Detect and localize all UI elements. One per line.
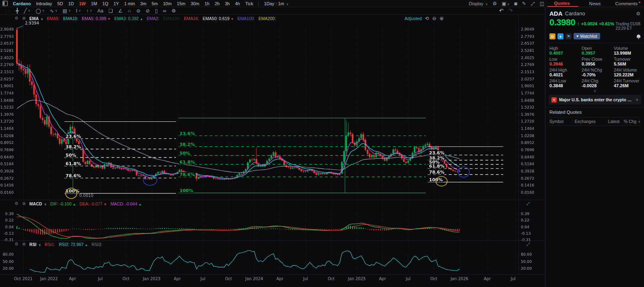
col-latest[interactable]: Latest — [608, 119, 620, 124]
angle-tool-icon[interactable]: ∠ — [118, 8, 122, 14]
bookmark-badge-icon[interactable]: ⚑ — [566, 33, 572, 39]
visibility-tool-icon[interactable]: ⊜ — [136, 8, 140, 14]
reset-zoom-icon[interactable]: ⟲ — [425, 16, 429, 21]
tool-settings-icon[interactable]: ⚙ — [171, 8, 176, 14]
trend-line-tool-icon[interactable]: ╱∨ — [24, 8, 30, 14]
stat-open: Open0.3957 — [582, 46, 612, 56]
arrow-tool-icon[interactable]: ↑∨ — [86, 8, 92, 14]
toolbar-grip[interactable]: ⋮⋮ — [4, 9, 10, 13]
indicator-value-ema50: EMA50: 0.619 ▼ — [203, 16, 234, 21]
drawing-toolbar: ⋮⋮ ╋╱∨◯∨∿∨▤∨Ⅰ∨↑∨Aa❑∠∩⊜⊘▯∞⚙ — [0, 7, 546, 14]
chart-settings-icon[interactable]: ⚙ — [493, 1, 497, 6]
timeframe-1y[interactable]: 1Y — [114, 1, 119, 6]
shape-tool-icon[interactable]: ◯∨ — [35, 8, 44, 14]
app-logo-icon[interactable] — [2, 1, 8, 6]
macd-pane-expand-icon[interactable]: ⤢ — [526, 201, 530, 206]
display-dropdown[interactable]: Display ∨ — [469, 1, 488, 6]
magnet-tool-icon[interactable]: ∩ — [128, 8, 131, 14]
comment-tool-icon[interactable]: ❑ — [109, 8, 113, 14]
stat-24h-high: 24H High0.4021 — [549, 68, 580, 78]
indicator-value-ema100: EMA100: — [163, 16, 180, 21]
zoom-out-icon[interactable]: ⊖ — [432, 16, 436, 21]
col-pct-chg[interactable]: % Chg∨ — [619, 119, 640, 124]
disable-tool-icon[interactable]: ⊘ — [146, 8, 150, 14]
rsi-pane-expand-icon[interactable]: ⤢ — [526, 242, 530, 247]
close-icon[interactable]: × — [636, 97, 638, 102]
news-ticker[interactable]: ≡ Major U.S. banks enter the crypto ETF … — [549, 95, 641, 105]
symbol-label[interactable]: Cardano — [13, 1, 31, 6]
link-tool-icon[interactable]: ∞ — [163, 8, 167, 14]
tab-news[interactable]: News — [578, 0, 611, 7]
fibonacci-tool-icon[interactable]: ▤∨ — [63, 8, 71, 14]
timeframe-1w[interactable]: 1W — [79, 1, 86, 6]
timeframe-5d[interactable]: 5D — [57, 1, 63, 6]
indicator-name[interactable]: EMA ∨ — [29, 16, 43, 21]
news-headline[interactable]: Major U.S. banks enter the crypto ETF sp… — [559, 97, 634, 102]
undo-icon[interactable]: ↶ — [499, 8, 504, 14]
timeframe-3m[interactable]: 3m — [140, 1, 146, 6]
measure-tool-icon[interactable]: Ⅰ∨ — [76, 8, 81, 14]
indicator-value-ema10: EMA10: — [63, 16, 78, 21]
timeframe-1d[interactable]: 1D — [68, 1, 74, 6]
divider — [258, 1, 259, 6]
tab-comments[interactable]: Comments — [611, 0, 644, 7]
timeframe-10m[interactable]: 10m — [163, 1, 171, 6]
indicator-settings-icon[interactable]: ⚙ — [14, 242, 19, 247]
draw-icon[interactable]: ✎ — [522, 1, 526, 6]
col-exchanges[interactable]: Exchanges — [572, 119, 608, 124]
tag-badge-icon[interactable]: ♦ — [557, 33, 564, 39]
macd-indicator-row: ⚙⊗MACD ∨DIF: -0.100 ▲DEA: -0.077 ▼MACD: … — [14, 201, 142, 206]
text-tool-icon[interactable]: Aa — [97, 8, 103, 14]
collapse-stats-chevron[interactable]: ∧ — [545, 89, 644, 93]
wave-tool-icon[interactable]: ∿∨ — [50, 8, 58, 14]
timeframe-tick[interactable]: Tick — [245, 1, 253, 6]
timeframe-3h[interactable]: 3h — [225, 1, 230, 6]
indicator-value-rsi1: RSI1: — [45, 242, 55, 247]
indicator-remove-icon[interactable]: ⊗ — [22, 201, 26, 206]
stat-volume: Volume13.998M — [614, 46, 640, 56]
alert-bell-icon[interactable] — [637, 35, 640, 38]
news-icon: ≡ — [551, 97, 557, 102]
adjusted-toggle[interactable]: Adjusted — [405, 16, 422, 21]
timeframe-30m[interactable]: 30m — [191, 1, 199, 6]
watchlist-button[interactable]: ♥ Watchlist — [574, 33, 600, 39]
indicator-remove-icon[interactable]: ⊗ — [22, 16, 26, 21]
screenshot-icon[interactable]: ◙ — [514, 1, 517, 6]
indicator-value-ema100: EMA100: — [237, 16, 255, 21]
delete-tool-icon[interactable]: ▯ — [155, 8, 158, 14]
price-change: +0.0024 — [581, 21, 597, 26]
stat-24h-chg: 24H Chg-0.0028 — [582, 78, 612, 88]
timeframe-1m[interactable]: 1M — [91, 1, 97, 6]
stat-24h-low: 24H Low0.3848 — [549, 78, 580, 88]
timeframe-5m[interactable]: 5m — [152, 1, 158, 6]
layout-icon[interactable]: ▣∨ — [502, 1, 510, 6]
timeframe-1h[interactable]: 1h — [204, 1, 209, 6]
timeframe-bar: Intraday5D1D1W1M1Q1Y1 min3m5m10m15m30m1h… — [36, 1, 253, 6]
quote-settings-icon[interactable]: ⚙ — [636, 11, 640, 16]
timeframe-1q[interactable]: 1Q — [102, 1, 108, 6]
interval-selector[interactable]: 1Day : 1m ∨ — [264, 1, 289, 6]
indicator-settings-icon[interactable]: ⚙ — [14, 16, 19, 21]
indicator-name[interactable]: RSI ∨ — [29, 242, 41, 247]
tab-quotes[interactable]: Quotes — [545, 0, 578, 7]
indicator-settings-icon[interactable]: ⚙ — [14, 201, 19, 206]
session-status: Trading 01/08 23:29 ET — [616, 22, 641, 31]
last-price: 0.3980 — [549, 17, 575, 28]
indicator-value-dea: DEA: -0.077 ▼ — [79, 201, 107, 206]
heart-icon: ♥ — [576, 34, 578, 38]
zoom-in-icon[interactable]: ⊕ — [440, 16, 444, 21]
timeframe-2h[interactable]: 2h — [215, 1, 219, 6]
col-symbol[interactable]: Symbol — [549, 119, 572, 124]
timeframe-4h[interactable]: 4h — [235, 1, 240, 6]
redo-icon[interactable]: ↷ — [508, 8, 513, 14]
fullscreen-icon[interactable]: ⤢ — [531, 1, 535, 6]
timeframe-15m[interactable]: 15m — [177, 1, 185, 6]
indicator-remove-icon[interactable]: ⊗ — [22, 242, 26, 247]
panel-toggle-icon[interactable]: ◫ — [540, 1, 544, 6]
cursor-move-icon[interactable]: ╋ — [16, 8, 19, 14]
chart-region: Cardano Intraday5D1D1W1M1Q1Y1 min3m5m10m… — [0, 0, 545, 287]
indicator-name[interactable]: MACD ∨ — [29, 201, 47, 206]
timeframe-intraday[interactable]: Intraday — [36, 1, 52, 6]
sort-chevron-icon: ∨ — [638, 120, 640, 123]
timeframe-1min[interactable]: 1 min — [124, 1, 135, 6]
